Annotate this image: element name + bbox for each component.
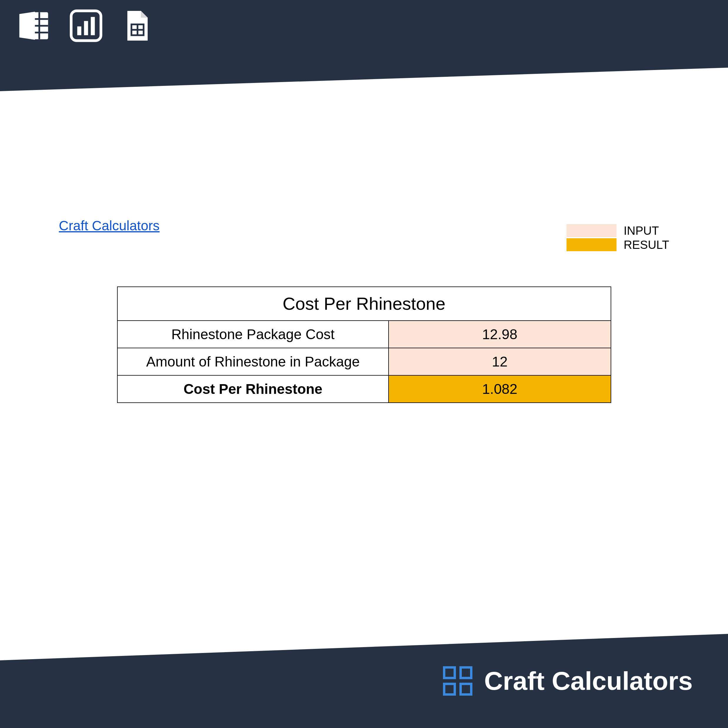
chart-icon xyxy=(69,9,103,43)
table-title: Cost Per Rhinestone xyxy=(117,287,611,321)
svg-rect-10 xyxy=(91,17,95,35)
cost-per-rhinestone-table: Cost Per Rhinestone Rhinestone Package C… xyxy=(117,286,611,403)
row-value-input[interactable]: 12.98 xyxy=(388,321,611,348)
swatch-input xyxy=(566,224,616,237)
excel-icon: X xyxy=(18,9,52,43)
row-label: Cost Per Rhinestone xyxy=(117,375,389,403)
legend-label-result: RESULT xyxy=(624,238,669,251)
color-legend: INPUT RESULT xyxy=(566,223,669,252)
table-row: Amount of Rhinestone in Package 12 xyxy=(117,348,611,375)
row-label: Rhinestone Package Cost xyxy=(117,321,389,348)
table-row: Rhinestone Package Cost 12.98 xyxy=(117,321,611,348)
svg-text:X: X xyxy=(23,18,31,32)
legend-label-input: INPUT xyxy=(624,224,659,237)
top-banner: X xyxy=(0,0,728,91)
footer-logo-icon xyxy=(443,666,473,696)
row-value-result: 1.082 xyxy=(388,375,611,403)
legend-row-result: RESULT xyxy=(566,238,669,252)
row-value-input[interactable]: 12 xyxy=(388,348,611,375)
svg-rect-9 xyxy=(84,21,88,35)
footer-brand-text: Craft Calculators xyxy=(484,666,693,696)
legend-row-input: INPUT xyxy=(566,223,669,238)
svg-rect-8 xyxy=(77,26,81,35)
top-banner-icons: X xyxy=(18,9,154,43)
sheets-icon xyxy=(121,9,154,43)
table-row-result: Cost Per Rhinestone 1.082 xyxy=(117,375,611,403)
swatch-result xyxy=(566,238,616,251)
document-body: Craft Calculators INPUT RESULT Cost Per … xyxy=(0,91,728,403)
footer-brand: Craft Calculators xyxy=(443,666,693,696)
bottom-banner: Craft Calculators xyxy=(0,634,728,728)
row-label: Amount of Rhinestone in Package xyxy=(117,348,389,375)
craft-calculators-link[interactable]: Craft Calculators xyxy=(59,218,160,233)
